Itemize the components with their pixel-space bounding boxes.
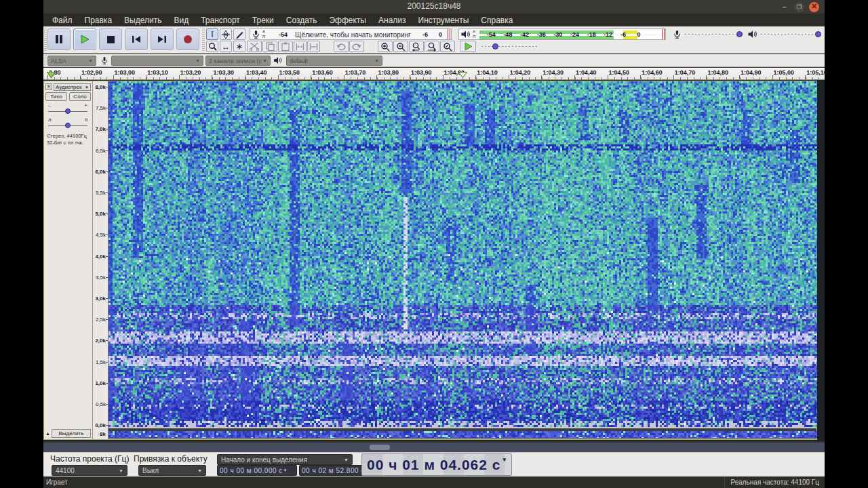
envelope-icon	[221, 30, 231, 39]
major-tick	[376, 75, 377, 79]
slider-thumb[interactable]	[65, 108, 71, 114]
horizontal-scrollbar[interactable]	[43, 443, 825, 452]
frequency-ruler[interactable]: 8,0k7,5k7,0k6,5k6,0k5,5k5,0k4,5k4,0k3,5k…	[93, 81, 108, 439]
fit-selection-icon	[412, 42, 421, 52]
zoom-toggle-button[interactable]	[440, 41, 455, 52]
minor-tick	[746, 77, 747, 79]
timeline-ruler[interactable]: 2,801:02,901:03,001:03,101:03,201:03,301…	[43, 68, 825, 80]
multi-tool-button[interactable]: ∗	[233, 41, 245, 52]
envelope-tool-button[interactable]	[220, 28, 232, 40]
stop-button[interactable]	[99, 28, 122, 50]
slider-track	[481, 46, 538, 47]
audio-position-display[interactable]: 00 ч 01 м 04.062 с▾	[361, 453, 512, 476]
scrollbar-thumb[interactable]	[370, 445, 390, 450]
redo-button[interactable]	[349, 41, 364, 52]
snap-dropdown[interactable]: Выкл▼	[138, 465, 206, 476]
fit-project-button[interactable]	[425, 41, 439, 52]
pause-button[interactable]	[47, 28, 71, 50]
minimize-button[interactable]: –	[779, 2, 789, 12]
track-name-menu[interactable]: Аудиотрек▼	[54, 83, 91, 91]
selection-toolbar: Частота проекта (Гц) Привязка к объекту …	[43, 452, 825, 476]
selection-tool-button[interactable]: I	[206, 28, 218, 40]
menu-эффекты[interactable]: Эффекты	[323, 16, 372, 25]
menu-выделить[interactable]: Выделить	[118, 16, 167, 25]
skip-end-button[interactable]	[151, 28, 174, 50]
close-button[interactable]: ✕	[809, 2, 819, 12]
zoom-out-button[interactable]	[393, 41, 408, 52]
selection-mode-dropdown[interactable]: Начало и конец выделения▼	[217, 454, 353, 465]
menu-файл[interactable]: Файл	[46, 16, 79, 25]
timeline-label: 1:04,20	[510, 69, 531, 76]
track-close-button[interactable]: ✕	[45, 83, 52, 90]
zoom-in-button[interactable]	[378, 41, 393, 52]
slider-thumb[interactable]	[492, 43, 498, 49]
solo-button[interactable]: Соло	[69, 92, 91, 101]
collapse-track-button[interactable]: ▲	[45, 431, 50, 436]
mixer-speaker-icon	[747, 30, 758, 39]
minor-tick	[265, 77, 266, 79]
channels-dropdown[interactable]: 2 канала записи (стерео)▼	[205, 56, 271, 66]
selection-start-field[interactable]: 00 ч 00 м 00.000 с▾	[217, 465, 297, 476]
project-rate-label: Частота проекта (Гц)	[50, 454, 129, 464]
menu-создать[interactable]: Создать	[280, 16, 323, 25]
tools-grip[interactable]	[202, 28, 205, 52]
play-at-speed-button[interactable]	[460, 41, 476, 52]
menu-справка[interactable]: Справка	[475, 16, 519, 25]
draw-tool-button[interactable]	[233, 28, 245, 40]
maximize-button[interactable]: ❐	[794, 2, 804, 12]
play-speed-slider[interactable]	[481, 42, 538, 51]
playhead-pin-icon[interactable]	[458, 68, 467, 81]
skip-start-button[interactable]	[125, 28, 148, 50]
recording-meter[interactable]: ЛП -54 Щёлкните, чтобы начать мониторинг…	[250, 28, 452, 40]
minor-tick	[106, 77, 107, 79]
device-grip[interactable]	[44, 56, 47, 65]
select-track-button[interactable]: Выделить	[52, 429, 91, 438]
freq-label: 3,0k	[95, 296, 106, 302]
slider-thumb[interactable]	[815, 31, 821, 37]
play-button[interactable]	[73, 28, 96, 50]
menu-вид[interactable]: Вид	[167, 16, 195, 25]
minor-tick	[779, 77, 780, 79]
timeshift-tool-button[interactable]: ↔	[220, 41, 232, 52]
minor-tick	[568, 77, 569, 79]
playback-meter[interactable]: ЛП -54-48-42-36-30-24-18-12-60	[458, 28, 666, 40]
menu-анализ[interactable]: Анализ	[372, 16, 412, 25]
minor-tick	[799, 77, 800, 79]
audio-host-dropdown[interactable]: ALSA▼	[47, 56, 96, 66]
slider-thumb[interactable]	[65, 123, 71, 128]
paste-button[interactable]	[278, 41, 293, 52]
record-button[interactable]	[176, 28, 199, 50]
fit-selection-button[interactable]	[409, 41, 424, 52]
silence-button[interactable]	[307, 41, 320, 52]
playback-device-dropdown[interactable]: default▼	[286, 56, 382, 66]
zoom-tool-button[interactable]	[206, 41, 218, 52]
quickplay-pin-icon[interactable]	[47, 68, 56, 81]
menu-правка[interactable]: Правка	[79, 16, 119, 25]
project-rate-dropdown[interactable]: 44100▼	[52, 465, 127, 476]
chevron-down-icon: ▼	[88, 58, 93, 63]
recording-device-dropdown[interactable]: ▼	[111, 56, 203, 66]
minor-tick	[713, 77, 714, 79]
record-volume-slider[interactable]	[685, 30, 743, 39]
slider-thumb[interactable]	[736, 31, 743, 37]
toolbar-grip[interactable]	[44, 28, 47, 52]
spectrogram-canvas[interactable]	[108, 81, 817, 427]
cut-button[interactable]	[247, 41, 262, 52]
minor-tick	[515, 77, 516, 79]
copy-button[interactable]	[262, 41, 277, 52]
spectrogram-strip-canvas[interactable]	[108, 431, 817, 438]
timeline-label: 1:04,30	[542, 69, 564, 76]
mute-button[interactable]: Тихо	[45, 92, 67, 101]
trim-button[interactable]	[294, 41, 307, 52]
undo-button[interactable]	[334, 41, 349, 52]
minor-tick	[483, 77, 484, 79]
playback-volume-slider[interactable]	[761, 30, 819, 39]
menu-треки[interactable]: Треки	[246, 16, 280, 25]
minor-tick	[120, 77, 121, 79]
menu-транспорт[interactable]: Транспорт	[195, 16, 246, 25]
gain-slider[interactable]	[48, 108, 87, 116]
menu-инструменты[interactable]: Инструменты	[412, 16, 475, 25]
pan-slider[interactable]	[48, 122, 87, 130]
meter-scale-label: -30	[553, 31, 562, 38]
minor-tick	[700, 77, 701, 79]
